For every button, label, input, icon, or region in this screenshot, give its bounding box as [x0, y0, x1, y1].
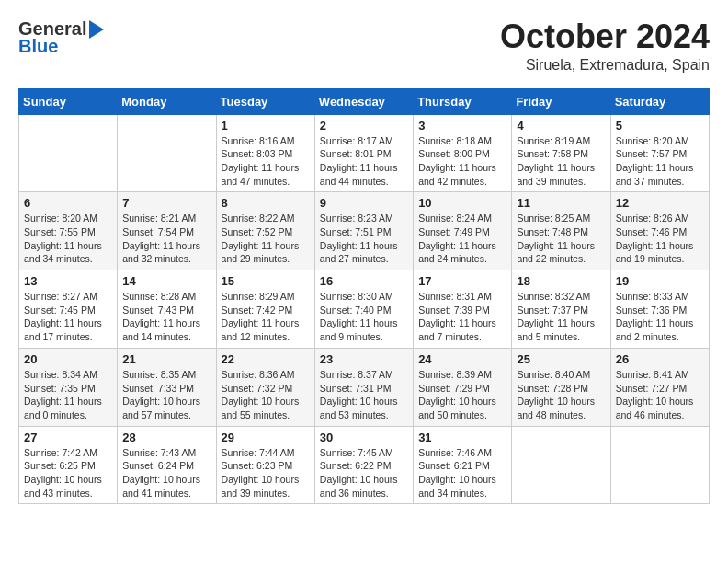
- day-info: Sunrise: 7:43 AM Sunset: 6:24 PM Dayligh…: [122, 446, 210, 500]
- calendar-cell: 17Sunrise: 8:31 AM Sunset: 7:39 PM Dayli…: [414, 270, 512, 349]
- day-info: Sunrise: 8:18 AM Sunset: 8:00 PM Dayligh…: [418, 134, 506, 189]
- calendar-cell: 24Sunrise: 8:39 AM Sunset: 7:29 PM Dayli…: [414, 348, 512, 426]
- day-info: Sunrise: 8:31 AM Sunset: 7:39 PM Dayligh…: [418, 290, 506, 344]
- day-number: 9: [320, 196, 408, 210]
- day-number: 10: [418, 196, 506, 210]
- day-number: 18: [517, 274, 605, 288]
- calendar-cell: 6Sunrise: 8:20 AM Sunset: 7:55 PM Daylig…: [19, 192, 118, 270]
- day-info: Sunrise: 8:20 AM Sunset: 7:57 PM Dayligh…: [616, 134, 704, 189]
- calendar-cell: 28Sunrise: 7:43 AM Sunset: 6:24 PM Dayli…: [118, 426, 216, 504]
- day-info: Sunrise: 8:29 AM Sunset: 7:42 PM Dayligh…: [222, 290, 310, 344]
- calendar-cell: 7Sunrise: 8:21 AM Sunset: 7:54 PM Daylig…: [118, 192, 216, 270]
- calendar-week-4: 20Sunrise: 8:34 AM Sunset: 7:35 PM Dayli…: [19, 348, 710, 426]
- day-info: Sunrise: 8:40 AM Sunset: 7:28 PM Dayligh…: [517, 368, 605, 422]
- page-header: General Blue October 2024 Siruela, Extre…: [18, 18, 710, 74]
- calendar-cell: 3Sunrise: 8:18 AM Sunset: 8:00 PM Daylig…: [414, 114, 512, 192]
- calendar-cell: 22Sunrise: 8:36 AM Sunset: 7:32 PM Dayli…: [216, 348, 314, 426]
- day-info: Sunrise: 8:41 AM Sunset: 7:27 PM Dayligh…: [616, 368, 704, 422]
- column-header-saturday: Saturday: [610, 88, 709, 114]
- calendar-cell: 10Sunrise: 8:24 AM Sunset: 7:49 PM Dayli…: [414, 192, 512, 270]
- column-header-friday: Friday: [512, 88, 610, 114]
- day-info: Sunrise: 8:28 AM Sunset: 7:43 PM Dayligh…: [122, 290, 210, 344]
- column-header-monday: Monday: [118, 88, 216, 114]
- calendar-cell: [512, 426, 610, 504]
- title-area: October 2024 Siruela, Extremadura, Spain: [500, 18, 710, 74]
- day-info: Sunrise: 8:16 AM Sunset: 8:03 PM Dayligh…: [222, 134, 310, 189]
- calendar-week-1: 1Sunrise: 8:16 AM Sunset: 8:03 PM Daylig…: [19, 114, 710, 192]
- day-number: 30: [320, 431, 408, 444]
- calendar-week-5: 27Sunrise: 7:42 AM Sunset: 6:25 PM Dayli…: [19, 426, 710, 504]
- day-info: Sunrise: 8:34 AM Sunset: 7:35 PM Dayligh…: [24, 368, 112, 422]
- logo-line2: Blue: [18, 36, 104, 57]
- calendar-cell: 8Sunrise: 8:22 AM Sunset: 7:52 PM Daylig…: [216, 192, 314, 270]
- calendar-table: SundayMondayTuesdayWednesdayThursdayFrid…: [18, 88, 710, 505]
- day-number: 23: [320, 352, 408, 366]
- calendar-cell: 13Sunrise: 8:27 AM Sunset: 7:45 PM Dayli…: [19, 270, 118, 349]
- day-number: 3: [418, 119, 506, 132]
- day-number: 31: [418, 431, 506, 444]
- day-info: Sunrise: 8:32 AM Sunset: 7:37 PM Dayligh…: [517, 290, 605, 344]
- column-header-wednesday: Wednesday: [314, 88, 413, 114]
- calendar-cell: 1Sunrise: 8:16 AM Sunset: 8:03 PM Daylig…: [216, 114, 314, 192]
- day-info: Sunrise: 7:42 AM Sunset: 6:25 PM Dayligh…: [24, 446, 112, 500]
- calendar-cell: 30Sunrise: 7:45 AM Sunset: 6:22 PM Dayli…: [314, 426, 413, 504]
- calendar-cell: 23Sunrise: 8:37 AM Sunset: 7:31 PM Dayli…: [314, 348, 413, 426]
- day-info: Sunrise: 8:19 AM Sunset: 7:58 PM Dayligh…: [517, 134, 605, 189]
- day-number: 21: [122, 352, 210, 366]
- day-number: 27: [24, 431, 112, 444]
- day-info: Sunrise: 8:22 AM Sunset: 7:52 PM Dayligh…: [222, 212, 310, 266]
- day-number: 24: [418, 352, 506, 366]
- day-info: Sunrise: 8:26 AM Sunset: 7:46 PM Dayligh…: [616, 212, 704, 266]
- day-info: Sunrise: 7:44 AM Sunset: 6:23 PM Dayligh…: [222, 446, 310, 500]
- day-number: 7: [122, 196, 210, 210]
- day-number: 12: [616, 196, 704, 210]
- month-title: October 2024: [500, 18, 710, 55]
- day-number: 5: [616, 119, 704, 132]
- day-number: 28: [122, 431, 210, 444]
- calendar-cell: 20Sunrise: 8:34 AM Sunset: 7:35 PM Dayli…: [19, 348, 118, 426]
- column-header-thursday: Thursday: [414, 88, 512, 114]
- calendar-cell: 27Sunrise: 7:42 AM Sunset: 6:25 PM Dayli…: [19, 426, 118, 504]
- calendar-cell: 4Sunrise: 8:19 AM Sunset: 7:58 PM Daylig…: [512, 114, 610, 192]
- day-number: 29: [222, 431, 310, 444]
- calendar-cell: 26Sunrise: 8:41 AM Sunset: 7:27 PM Dayli…: [610, 348, 709, 426]
- calendar-cell: [19, 114, 118, 192]
- calendar-header-row: SundayMondayTuesdayWednesdayThursdayFrid…: [19, 88, 710, 114]
- calendar-cell: 9Sunrise: 8:23 AM Sunset: 7:51 PM Daylig…: [314, 192, 413, 270]
- calendar-cell: [118, 114, 216, 192]
- calendar-cell: 14Sunrise: 8:28 AM Sunset: 7:43 PM Dayli…: [118, 270, 216, 349]
- day-info: Sunrise: 8:17 AM Sunset: 8:01 PM Dayligh…: [320, 134, 408, 189]
- day-info: Sunrise: 7:46 AM Sunset: 6:21 PM Dayligh…: [418, 446, 506, 500]
- day-number: 20: [24, 352, 112, 366]
- day-info: Sunrise: 8:35 AM Sunset: 7:33 PM Dayligh…: [122, 368, 210, 422]
- calendar-cell: 25Sunrise: 8:40 AM Sunset: 7:28 PM Dayli…: [512, 348, 610, 426]
- day-info: Sunrise: 8:39 AM Sunset: 7:29 PM Dayligh…: [418, 368, 506, 422]
- day-info: Sunrise: 8:33 AM Sunset: 7:36 PM Dayligh…: [616, 290, 704, 344]
- day-number: 1: [222, 119, 310, 132]
- day-number: 13: [24, 274, 112, 288]
- day-info: Sunrise: 8:30 AM Sunset: 7:40 PM Dayligh…: [320, 290, 408, 344]
- day-info: Sunrise: 8:25 AM Sunset: 7:48 PM Dayligh…: [517, 212, 605, 266]
- day-number: 2: [320, 119, 408, 132]
- day-number: 16: [320, 274, 408, 288]
- logo: General Blue: [18, 18, 104, 57]
- location-text: Siruela, Extremadura, Spain: [500, 57, 710, 74]
- day-number: 6: [24, 196, 112, 210]
- day-number: 17: [418, 274, 506, 288]
- day-info: Sunrise: 8:37 AM Sunset: 7:31 PM Dayligh…: [320, 368, 408, 422]
- calendar-week-3: 13Sunrise: 8:27 AM Sunset: 7:45 PM Dayli…: [19, 270, 710, 349]
- day-number: 14: [122, 274, 210, 288]
- calendar-cell: [610, 426, 709, 504]
- calendar-cell: 16Sunrise: 8:30 AM Sunset: 7:40 PM Dayli…: [314, 270, 413, 349]
- column-header-tuesday: Tuesday: [216, 88, 314, 114]
- day-info: Sunrise: 8:36 AM Sunset: 7:32 PM Dayligh…: [222, 368, 310, 422]
- day-info: Sunrise: 8:23 AM Sunset: 7:51 PM Dayligh…: [320, 212, 408, 266]
- day-info: Sunrise: 8:21 AM Sunset: 7:54 PM Dayligh…: [122, 212, 210, 266]
- calendar-cell: 31Sunrise: 7:46 AM Sunset: 6:21 PM Dayli…: [414, 426, 512, 504]
- day-info: Sunrise: 7:45 AM Sunset: 6:22 PM Dayligh…: [320, 446, 408, 500]
- calendar-cell: 2Sunrise: 8:17 AM Sunset: 8:01 PM Daylig…: [314, 114, 413, 192]
- day-info: Sunrise: 8:20 AM Sunset: 7:55 PM Dayligh…: [24, 212, 112, 266]
- day-number: 22: [222, 352, 310, 366]
- calendar-week-2: 6Sunrise: 8:20 AM Sunset: 7:55 PM Daylig…: [19, 192, 710, 270]
- calendar-cell: 11Sunrise: 8:25 AM Sunset: 7:48 PM Dayli…: [512, 192, 610, 270]
